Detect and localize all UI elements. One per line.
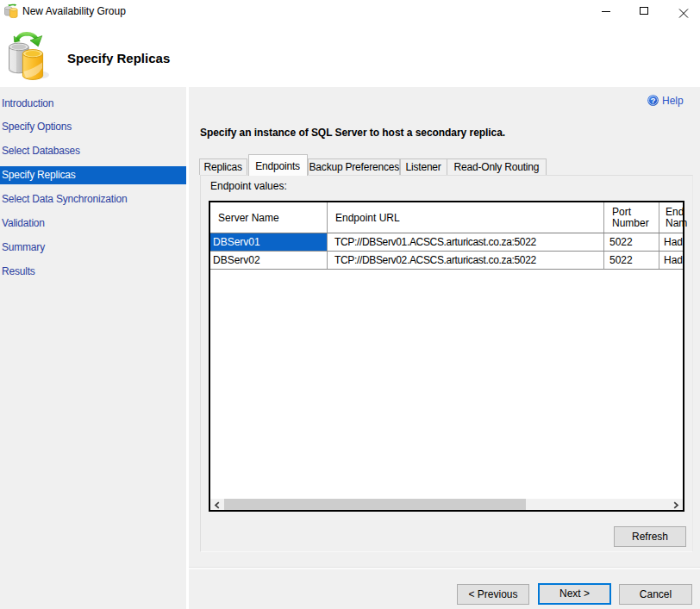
svg-text:?: ? (651, 96, 656, 105)
